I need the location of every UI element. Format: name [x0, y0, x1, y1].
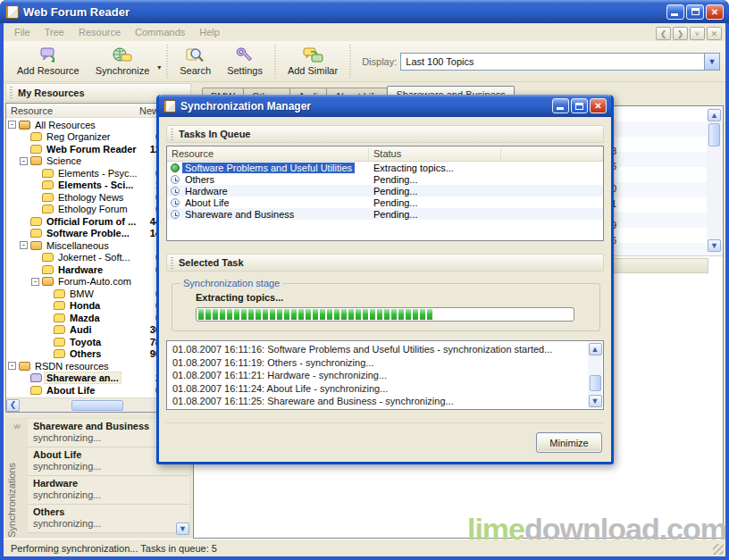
sync-item-status: synchronizing... [33, 518, 186, 530]
synchronize-button[interactable]: Synchronize [88, 43, 158, 79]
tree-item-label: Reg Organizer [45, 131, 113, 142]
display-label: Display: [362, 56, 397, 67]
toolbar-separator [166, 45, 168, 79]
scrollbar-thumb[interactable] [708, 123, 720, 146]
forum-icon [42, 169, 54, 178]
tree-item-label: Miscellaneous [45, 240, 111, 251]
menu-resource[interactable]: Resource [71, 24, 128, 40]
collapse-node-icon[interactable]: - [20, 241, 28, 249]
queue-column-status[interactable]: Status [369, 148, 501, 160]
dialog-footer: Minimize [166, 422, 604, 462]
drag-grip-icon [10, 87, 13, 98]
scrollbar-thumb[interactable] [71, 400, 123, 411]
dialog-title-bar: Synchronization Manager ✕ [159, 95, 611, 117]
collapse-node-icon[interactable]: - [31, 278, 39, 286]
menu-tree[interactable]: Tree [38, 24, 71, 40]
scroll-up-icon[interactable]: ▲ [589, 343, 602, 355]
menu-file[interactable]: File [7, 24, 38, 40]
menu-commands[interactable]: Commands [128, 24, 192, 40]
log-vertical-scrollbar[interactable]: ▲ ▼ [588, 342, 602, 408]
topics-vertical-scrollbar[interactable]: ▲ ▼ [707, 108, 722, 253]
add-resource-button[interactable]: Add Resource [9, 43, 88, 79]
scroll-left-icon[interactable]: ❮ [6, 399, 20, 412]
clock-icon [171, 198, 180, 207]
minimize-window-button[interactable] [666, 4, 684, 20]
main-toolbar: Add Resource Synchronize ▾ [4, 41, 725, 82]
tree-item-label: RSDN resources [33, 361, 111, 372]
tasks-queue-table: Resource Status Software Problems and Us… [166, 146, 604, 241]
tree-item-label: Audi [68, 324, 93, 335]
maximize-window-button[interactable] [686, 4, 704, 20]
collapse-node-icon[interactable]: - [20, 157, 28, 165]
tree-item-label: Toyota [68, 337, 103, 347]
log-line: 01.08.2007 16:11:24: About Life - synchr… [172, 382, 583, 396]
queue-status-text: Pending... [369, 174, 501, 185]
queue-column-resource[interactable]: Resource [167, 148, 369, 160]
tree-item-label: Forum-Auto.com [56, 276, 133, 287]
scrollbar-thumb[interactable] [590, 375, 601, 391]
forum-icon [30, 132, 42, 141]
my-resources-title: My Resources [18, 88, 85, 98]
forum-icon [30, 217, 42, 226]
tab-list-dropdown-icon[interactable]: ˅ [690, 27, 705, 40]
tree-item-label: Shareware an... [45, 372, 121, 383]
tree-item-label: Ethology News [56, 192, 125, 203]
status-text: Performing synchronization... Tasks in q… [11, 543, 217, 554]
folder-icon [30, 156, 42, 165]
dialog-minimize-icon[interactable] [552, 98, 569, 113]
progress-bar [196, 307, 574, 322]
queue-table-header[interactable]: Resource Status [167, 146, 603, 162]
synchronize-dropdown-arrow-icon[interactable]: ▾ [157, 63, 161, 71]
column-resource[interactable]: Resource [6, 105, 133, 116]
folder-icon [30, 241, 42, 250]
settings-button[interactable]: Settings [219, 43, 271, 79]
log-line: 01.08.2007 16:11:25: Shareware and Busin… [172, 395, 583, 407]
forum-icon [30, 229, 42, 238]
collapse-node-icon[interactable]: - [8, 362, 16, 370]
combobox-dropdown-icon[interactable]: ▼ [704, 54, 719, 70]
collapse-node-icon[interactable]: - [8, 121, 16, 129]
collapse-panel-icon[interactable]: ˅˅ [9, 420, 23, 433]
sync-panel-scroll-down-icon[interactable]: ▼ [176, 522, 189, 535]
close-window-button[interactable]: ✕ [706, 4, 724, 20]
tree-item-label: Hardware [56, 264, 105, 275]
tree-item-label: About Life [45, 385, 96, 396]
scroll-up-icon[interactable]: ▲ [708, 109, 721, 121]
tree-item-label: Official Forum of ... [45, 216, 137, 227]
scroll-down-icon[interactable]: ▼ [708, 239, 721, 252]
dialog-maximize-icon[interactable] [571, 98, 588, 113]
tree-item-label: Ethology Forum [56, 204, 130, 214]
dialog-client: Tasks In Queue Resource Status Software … [159, 117, 611, 462]
queue-row-hardware[interactable]: HardwarePending... [167, 185, 603, 196]
display-combobox[interactable]: Last 100 Topics ▼ [400, 53, 720, 71]
tree-item-label: Honda [68, 300, 102, 311]
dialog-close-icon[interactable]: ✕ [590, 98, 607, 113]
queue-row-about-life[interactable]: About LifePending... [167, 196, 603, 208]
queue-row-others[interactable]: OthersPending... [167, 173, 603, 185]
add-similar-button[interactable]: Add Similar [280, 43, 346, 79]
settings-label: Settings [227, 65, 263, 76]
tree-item-label: Elements - Psyc... [56, 168, 137, 179]
drag-grip-icon [171, 129, 173, 140]
forum-icon [30, 386, 42, 395]
scroll-down-icon[interactable]: ▼ [589, 395, 602, 407]
sync-item-others[interactable]: Otherssynchronizing... [28, 505, 189, 533]
sync-icon [171, 163, 180, 172]
minimize-dialog-button[interactable]: Minimize [536, 432, 602, 453]
queue-row-shareware-and-business[interactable]: Shareware and BusinessPending... [167, 208, 603, 220]
search-button[interactable]: Search [172, 43, 219, 79]
synchronize-label: Synchronize [96, 65, 150, 76]
selected-task-title: Selected Task [179, 257, 244, 268]
tab-scroll-right-icon[interactable]: ❯ [673, 27, 688, 40]
app-icon [5, 5, 19, 19]
folder-icon [19, 362, 30, 371]
tab-close-icon[interactable]: ✕ [707, 27, 722, 40]
dialog-icon [163, 100, 176, 113]
tab-scroll-left-icon[interactable]: ❮ [656, 27, 671, 40]
menu-bar: FileTreeResourceCommandsHelp [4, 23, 725, 41]
queue-row-software-problems-and-useful-utilities[interactable]: Software Problems and Useful UtilitiesEx… [167, 162, 603, 173]
sync-item-hardware[interactable]: Hardwaresynchronizing... [28, 476, 189, 505]
tree-item-label: Jokernet - Soft... [56, 252, 132, 263]
toolbar-separator [274, 45, 276, 79]
menu-help[interactable]: Help [192, 24, 227, 40]
